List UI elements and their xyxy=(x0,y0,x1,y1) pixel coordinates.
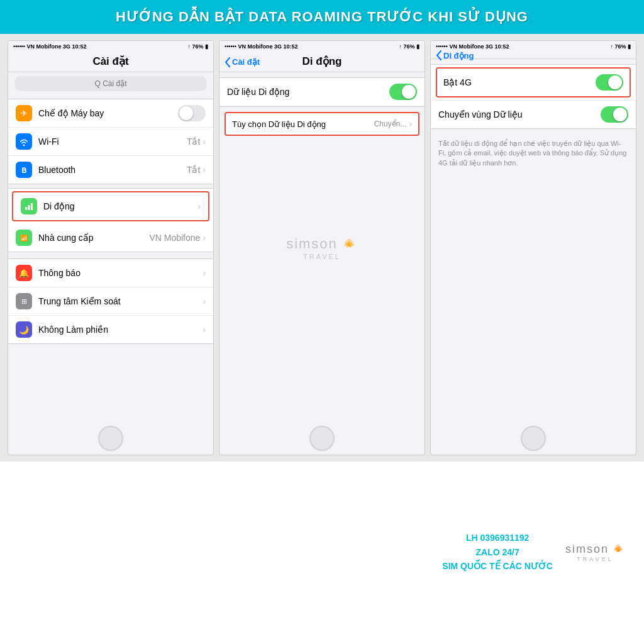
simson-travel-bottom: TRAVEL xyxy=(577,556,613,562)
bluetooth-label: Bluetooth xyxy=(38,165,187,175)
notification-icon: 🔔 xyxy=(16,265,32,281)
wifi-label: Wi-Fi xyxy=(38,136,187,147)
bluetooth-value: Tắt xyxy=(187,165,200,175)
control-icon: ⊞ xyxy=(16,293,32,309)
search-bar-1[interactable] xyxy=(8,72,213,95)
back-label-3: Di động xyxy=(443,51,474,60)
watermark-travel: TRAVEL xyxy=(286,253,358,260)
chuyenvung-label: Chuyển vùng Dữ liệu xyxy=(438,109,601,119)
bat4g-label: Bật 4G xyxy=(443,77,596,87)
description-text: Tắt dữ liệu di động để hạn chế việc truy… xyxy=(431,134,636,173)
didong-group: Di động › 📶 Nhà cung cấp VN Mobifone › xyxy=(8,188,213,252)
contact-info: LH 0396931192 ZALO 24/7 SIM QUỐC TẾ CÁC … xyxy=(442,531,553,573)
chuyenvung-toggle[interactable] xyxy=(601,106,628,123)
header-banner: HƯỚNG DẪN BẬT DATA ROAMING TRƯỚC KHI SỬ … xyxy=(0,0,644,34)
khonglam-chevron: › xyxy=(203,325,206,335)
svg-rect-0 xyxy=(25,207,27,210)
svg-rect-1 xyxy=(28,205,30,210)
tuychon-value: Chuyển... xyxy=(374,119,407,128)
airplane-row[interactable]: ✈ Chế độ Máy bay xyxy=(8,99,213,128)
header-title: HƯỚNG DẪN BẬT DATA ROAMING TRƯỚC KHI SỬ … xyxy=(13,9,631,25)
bottom-section: LH 0396931192 ZALO 24/7 SIM QUỐC TẾ CÁC … xyxy=(0,462,644,643)
home-button-3[interactable] xyxy=(521,426,546,451)
dulieu-section: Dữ liệu Di động xyxy=(219,77,425,107)
bat4g-group: Bật 4G Chuyển vùng Dữ liệu xyxy=(431,64,636,129)
back-label-2: Cài đặt xyxy=(232,57,260,67)
didong-label: Di động xyxy=(43,201,197,211)
home-area-1 xyxy=(8,426,213,451)
contact-sim: SIM QUỐC TẾ CÁC NƯỚC xyxy=(442,559,553,573)
dulieu-toggle[interactable] xyxy=(389,84,417,100)
chuyenvung-row[interactable]: Chuyển vùng Dữ liệu xyxy=(431,100,636,128)
tuychon-chevron: › xyxy=(409,119,412,129)
nhacungcap-value: VN Mobifone xyxy=(149,233,200,243)
cellular-icon xyxy=(21,198,37,214)
bluetooth-row[interactable]: ʙ Bluetooth Tắt › xyxy=(8,156,213,184)
trungtam-label: Trung tâm Kiểm soát xyxy=(38,296,203,306)
nav-bar-1: Cài đặt xyxy=(8,52,213,72)
bat4g-section[interactable]: Bật 4G xyxy=(436,67,631,97)
carrier-icon: 📶 xyxy=(16,230,32,246)
tuychon-section[interactable]: Tùy chọn Dữ liệu Di động Chuyển... › xyxy=(225,112,419,136)
status-bar-1: •••••• VN Mobifone 3G 10:52 ↑ 76% ▮ xyxy=(8,41,213,52)
settings-group-1: ✈ Chế độ Máy bay Wi-Fi Tắt › xyxy=(8,99,213,184)
didong-chevron: › xyxy=(197,201,201,211)
didong-row[interactable]: Di động › xyxy=(12,191,209,221)
wifi-value: Tắt xyxy=(187,136,200,147)
screen2-title: Di động xyxy=(303,55,342,67)
simson-text-bottom: simson xyxy=(565,543,609,556)
simson-logo-bottom: simson TRAVEL xyxy=(565,542,625,562)
signal-3: ↑ 76% ▮ xyxy=(610,43,631,50)
home-button-1[interactable] xyxy=(98,426,123,451)
nhacungcap-chevron: › xyxy=(203,233,206,243)
home-area-3 xyxy=(431,426,636,451)
bluetooth-chevron: › xyxy=(203,165,206,175)
home-area-2 xyxy=(219,426,425,451)
airplane-label: Chế độ Máy bay xyxy=(38,108,178,118)
screen1-title: Cài đặt xyxy=(92,55,128,67)
nav-bar-3: Di động xyxy=(431,52,636,59)
back-btn-3[interactable]: Di động xyxy=(436,50,474,60)
airplane-toggle[interactable] xyxy=(178,105,206,121)
phone-screen-3: •••••• VN Mobifone 3G 10:52 ↑ 76% ▮ Di đ… xyxy=(430,40,636,455)
search-input-1[interactable] xyxy=(14,76,207,91)
settings-group-3: 🔔 Thông báo › ⊞ Trung tâm Kiểm soát › 🌙 … xyxy=(8,258,213,344)
bat4g-row[interactable]: Bật 4G xyxy=(437,69,630,96)
bat4g-toggle[interactable] xyxy=(596,74,623,91)
carrier-1: •••••• VN Mobifone 3G 10:52 xyxy=(13,43,86,50)
carrier-3: •••••• VN Mobifone 3G 10:52 xyxy=(436,43,509,50)
khonglam-label: Không Làm phiền xyxy=(38,325,203,335)
thongbao-label: Thông báo xyxy=(38,268,203,278)
home-button-2[interactable] xyxy=(309,426,335,451)
nhacungcap-label: Nhà cung cấp xyxy=(38,233,149,243)
thongbao-chevron: › xyxy=(203,268,206,278)
nav-bar-2: Cài đặt Di động xyxy=(219,52,425,72)
wifi-icon xyxy=(16,133,32,150)
tuychon-row[interactable]: Tùy chọn Dữ liệu Di động Chuyển... › xyxy=(226,113,418,135)
back-btn-2[interactable]: Cài đặt xyxy=(225,57,260,67)
watermark-simson: simson xyxy=(286,236,338,252)
svg-rect-2 xyxy=(31,203,33,210)
airplane-icon: ✈ xyxy=(16,105,32,121)
watermark-2: simson TRAVEL xyxy=(286,235,358,260)
simson-logo-icon xyxy=(611,542,625,556)
status-bar-2: •••••• VN Mobifone 3G 10:52 ↑ 76% ▮ xyxy=(219,41,425,52)
phone-screen-2: •••••• VN Mobifone 3G 10:52 ↑ 76% ▮ Cài … xyxy=(219,40,425,455)
phones-container: •••••• VN Mobifone 3G 10:52 ↑ 76% ▮ Cài … xyxy=(0,34,644,462)
bluetooth-icon: ʙ xyxy=(16,162,32,178)
khonglam-row[interactable]: 🌙 Không Làm phiền › xyxy=(8,316,213,343)
signal-2: ↑ 76% ▮ xyxy=(399,43,419,50)
thongbao-row[interactable]: 🔔 Thông báo › xyxy=(8,259,213,287)
dulieu-label: Dữ liệu Di động xyxy=(227,87,389,97)
dulieu-row[interactable]: Dữ liệu Di động xyxy=(219,78,425,106)
trungtam-row[interactable]: ⊞ Trung tâm Kiểm soát › xyxy=(8,287,213,316)
signal-1: ↑ 76% ▮ xyxy=(187,43,208,50)
wifi-chevron: › xyxy=(203,136,206,147)
carrier-2: •••••• VN Mobifone 3G 10:52 xyxy=(225,43,297,50)
contact-lh: LH 0396931192 xyxy=(442,531,553,545)
contact-zalo: ZALO 24/7 xyxy=(442,545,553,559)
wifi-row[interactable]: Wi-Fi Tắt › xyxy=(8,128,213,156)
tuychon-label: Tùy chọn Dữ liệu Di động xyxy=(232,119,374,129)
nhacungcap-row[interactable]: 📶 Nhà cung cấp VN Mobifone › xyxy=(8,224,213,252)
trungtam-chevron: › xyxy=(203,296,206,306)
